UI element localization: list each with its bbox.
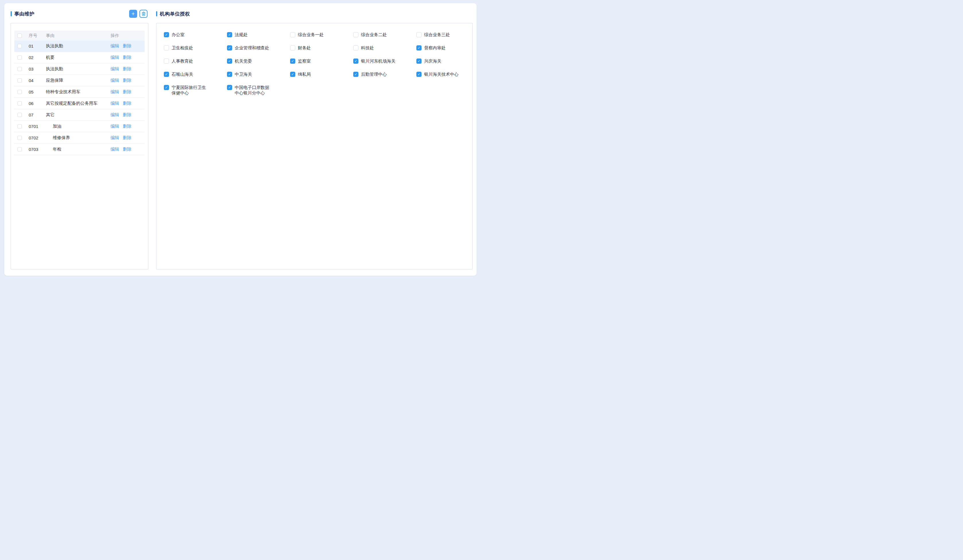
org-checkbox[interactable]: ✓ <box>227 45 232 50</box>
delete-link[interactable]: 删除 <box>123 135 131 141</box>
edit-link[interactable]: 编辑 <box>110 43 119 49</box>
org-option-label: 科技处 <box>361 45 374 50</box>
row-checkbox[interactable] <box>18 78 22 83</box>
row-actions: 编辑 删除 <box>110 124 144 129</box>
org-option[interactable]: ✓ 科技处 <box>353 45 417 50</box>
org-option[interactable]: ✓ 办公室 <box>164 32 227 37</box>
edit-link[interactable]: 编辑 <box>110 78 119 83</box>
org-option[interactable]: ✓ 综合业务三处 <box>417 32 480 37</box>
org-checkbox[interactable]: ✓ <box>417 72 422 77</box>
edit-link[interactable]: 编辑 <box>110 55 119 60</box>
org-option[interactable]: ✓ 企业管理和稽查处 <box>227 45 290 50</box>
edit-link[interactable]: 编辑 <box>110 135 119 141</box>
select-all-checkbox[interactable] <box>18 34 22 38</box>
org-checkbox[interactable]: ✓ <box>164 72 169 77</box>
org-option[interactable]: ✓ 监察室 <box>290 58 353 64</box>
delete-link[interactable]: 删除 <box>123 89 131 95</box>
delete-link[interactable]: 删除 <box>123 101 131 106</box>
delete-reason-button[interactable] <box>139 10 148 18</box>
row-checkbox[interactable] <box>18 55 22 60</box>
org-checkbox[interactable]: ✓ <box>290 32 295 37</box>
org-checkbox[interactable]: ✓ <box>227 72 232 77</box>
org-option[interactable]: ✓ 兴庆海关 <box>417 58 480 64</box>
edit-link[interactable]: 编辑 <box>110 112 119 118</box>
org-option-label: 综合业务二处 <box>361 32 387 37</box>
table-row[interactable]: 0703 年检 编辑 删除 <box>15 144 144 155</box>
row-checkbox[interactable] <box>18 90 22 94</box>
org-option[interactable]: ✓ 机关党委 <box>227 58 290 64</box>
delete-link[interactable]: 删除 <box>123 43 131 49</box>
check-icon: ✓ <box>165 86 168 89</box>
column-header-index: 序号 <box>25 33 43 39</box>
org-checkbox[interactable]: ✓ <box>164 45 169 50</box>
org-checkbox[interactable]: ✓ <box>164 32 169 37</box>
org-option[interactable]: ✓ 法规处 <box>227 32 290 37</box>
table-row[interactable]: 07 其它 编辑 删除 <box>15 109 144 121</box>
delete-link[interactable]: 删除 <box>123 112 131 118</box>
org-checkbox[interactable]: ✓ <box>353 72 358 77</box>
org-option[interactable]: ✓ 中国电子口岸数据中心银川分中心 <box>227 85 290 95</box>
org-option[interactable]: ✓ 宁夏国际旅行卫生保健中心 <box>164 85 227 95</box>
edit-link[interactable]: 编辑 <box>110 89 119 95</box>
table-row[interactable]: 0701 加油 编辑 删除 <box>15 121 144 132</box>
row-checkbox[interactable] <box>18 44 22 48</box>
row-checkbox[interactable] <box>18 147 22 152</box>
org-option[interactable]: ✓ 银川河东机场海关 <box>353 58 417 64</box>
org-checkbox[interactable]: ✓ <box>417 32 422 37</box>
table-row[interactable]: 02 机要 编辑 删除 <box>15 52 144 63</box>
org-option[interactable]: ✓ 督察内审处 <box>417 45 480 50</box>
row-check-cell <box>15 55 25 60</box>
delete-link[interactable]: 删除 <box>123 124 131 129</box>
org-checkbox[interactable]: ✓ <box>227 32 232 37</box>
org-option[interactable]: ✓ 后勤管理中心 <box>353 71 417 77</box>
org-option[interactable]: ✓ 中卫海关 <box>227 71 290 77</box>
delete-link[interactable]: 删除 <box>123 147 131 152</box>
org-checkbox[interactable]: ✓ <box>290 58 295 64</box>
delete-link[interactable]: 删除 <box>123 78 131 83</box>
org-checkbox[interactable]: ✓ <box>417 45 422 50</box>
row-checkbox[interactable] <box>18 124 22 128</box>
org-option[interactable]: ✓ 银川海关技术中心 <box>417 71 480 77</box>
org-checkbox[interactable]: ✓ <box>353 45 358 50</box>
row-index: 04 <box>25 78 43 83</box>
table-row[interactable]: 06 其它按规定配备的公务用车 编辑 删除 <box>15 98 144 109</box>
org-section-title: 机构单位授权 <box>160 11 190 17</box>
org-checkbox[interactable]: ✓ <box>353 58 358 64</box>
delete-link[interactable]: 删除 <box>123 66 131 72</box>
row-checkbox[interactable] <box>18 136 22 140</box>
org-checkbox[interactable]: ✓ <box>417 58 422 64</box>
org-option[interactable]: ✓ 人事教育处 <box>164 58 227 64</box>
org-checkbox[interactable]: ✓ <box>164 58 169 64</box>
table-row[interactable]: 0702 维修保养 编辑 删除 <box>15 132 144 144</box>
org-option[interactable]: ✓ 石嘴山海关 <box>164 71 227 77</box>
row-index: 06 <box>25 101 43 106</box>
table-row[interactable]: 01 执法执勤 编辑 删除 <box>15 40 144 52</box>
org-checkbox[interactable]: ✓ <box>164 85 169 90</box>
edit-link[interactable]: 编辑 <box>110 101 119 106</box>
org-checkbox[interactable]: ✓ <box>290 45 295 50</box>
edit-link[interactable]: 编辑 <box>110 124 119 129</box>
row-checkbox[interactable] <box>18 113 22 117</box>
org-option[interactable]: ✓ 综合业务二处 <box>353 32 417 37</box>
row-check-cell <box>15 147 25 152</box>
org-option[interactable]: ✓ 财务处 <box>290 45 353 50</box>
reason-toolbar: + <box>129 10 148 18</box>
org-checkbox[interactable]: ✓ <box>227 58 232 64</box>
delete-link[interactable]: 删除 <box>123 55 131 60</box>
add-reason-button[interactable]: + <box>129 10 137 18</box>
table-row[interactable]: 05 特种专业技术用车 编辑 删除 <box>15 86 144 98</box>
table-row[interactable]: 03 执法执勤 编辑 删除 <box>15 63 144 75</box>
row-checkbox[interactable] <box>18 101 22 105</box>
org-option[interactable]: ✓ 综合业务一处 <box>290 32 353 37</box>
edit-link[interactable]: 编辑 <box>110 66 119 72</box>
org-checkbox[interactable]: ✓ <box>353 32 358 37</box>
table-row[interactable]: 04 应急保障 编辑 删除 <box>15 75 144 86</box>
check-icon: ✓ <box>291 59 294 63</box>
org-checkbox[interactable]: ✓ <box>290 72 295 77</box>
edit-link[interactable]: 编辑 <box>110 147 119 152</box>
org-checkbox[interactable]: ✓ <box>227 85 232 90</box>
row-reason: 其它 <box>43 112 110 118</box>
org-option[interactable]: ✓ 缉私局 <box>290 71 353 77</box>
row-checkbox[interactable] <box>18 67 22 71</box>
org-option[interactable]: ✓ 卫生检疫处 <box>164 45 227 50</box>
